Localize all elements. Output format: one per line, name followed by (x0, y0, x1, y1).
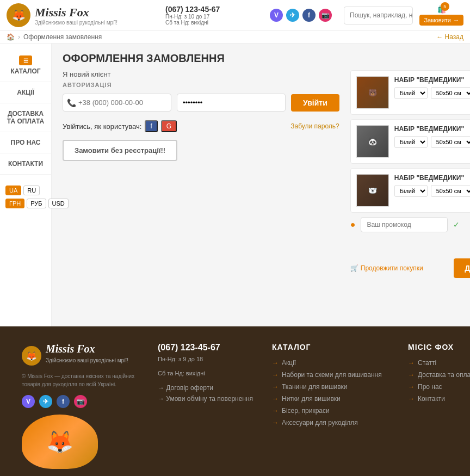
pay-button[interactable]: До сплати: 199 грн (454, 258, 470, 278)
footer-phone: (067) 123-45-67 (158, 343, 256, 353)
footer-logo-icon: 🦊 (22, 346, 41, 366)
currency-rub-button[interactable]: РУБ (27, 199, 46, 208)
header: 🦊 Missis Fox Здійснюємо ваші рукодільні … (0, 0, 470, 31)
lang-ua-button[interactable]: UA (5, 186, 21, 195)
phone-input[interactable] (63, 94, 171, 112)
sidebar-item-delivery[interactable]: ДОСТАВКА ТА ОПЛАТА (0, 103, 51, 132)
footer-hours-weekend: Сб та Нд: вихідні (158, 370, 256, 376)
telegram-icon[interactable]: ✈ (286, 9, 299, 22)
site-name: Missis Fox (35, 5, 118, 20)
footer-logo-wrap: 🦊 Missis Fox Здійснюємо ваші рукодільні … (22, 343, 141, 369)
footer-catalog-fabrics[interactable]: Тканини для вишивки (272, 383, 392, 391)
footer-company-about[interactable]: Про нас (408, 383, 470, 391)
cart-item-details: НАБІР "ВЕДМЕДИКИ" Білий 50x50 см (394, 125, 470, 148)
currency-row: ГРН РУБ USD (5, 199, 46, 208)
forgot-password-link[interactable]: Забули пароль? (290, 122, 339, 130)
footer-catalog-accessories[interactable]: Аксесуари для рукоділля (272, 419, 392, 426)
cart-label: Замовити (424, 17, 451, 23)
facebook-icon[interactable]: f (302, 9, 316, 22)
sidebar-item-contacts[interactable]: КОНТАКТИ (0, 153, 51, 175)
sidebar-catalog-label: КАТАЛОГ (10, 67, 40, 75)
footer-social-links: V ✈ f 📷 (22, 395, 141, 408)
breadcrumb-separator: › (18, 33, 20, 41)
cart-item-size-select[interactable]: 50x50 см (431, 87, 470, 99)
footer-logo-col: 🦊 Missis Fox Здійснюємо ваші рукодільні … (22, 343, 141, 469)
viber-icon[interactable]: V (270, 9, 283, 22)
cart-item-image: 🐼 (356, 125, 389, 158)
footer-facebook-icon[interactable]: f (57, 395, 70, 408)
social-login-section: Увійтись, як користувач: f G (63, 120, 177, 132)
no-registration-button[interactable]: Замовити без реєстрації!! (63, 140, 177, 161)
cart-item-size-select[interactable]: 50x50 см (431, 185, 470, 197)
continue-shopping-button[interactable]: 🛒 Продовжити покупки (350, 264, 423, 272)
page-title: ОФОРМЛЕННЯ ЗАМОВЛЕННЯ (63, 52, 470, 65)
auth-input-row: 📞 Увійти (63, 94, 339, 112)
sidebar-delivery-label: ДОСТАВКА ТА ОПЛАТА (5, 110, 46, 125)
main-layout: ☰ КАТАЛОГ АКЦІЇ ДОСТАВКА ТА ОПЛАТА ПРО Н… (0, 44, 470, 326)
cart-item-image: 🐻 (356, 76, 389, 109)
sidebar-item-catalog[interactable]: ☰ КАТАЛОГ (0, 49, 51, 82)
cart-icon-wrap[interactable]: 🛍️ 5 (437, 5, 446, 14)
footer-telegram-icon[interactable]: ✈ (39, 395, 52, 408)
auth-form: 📞 Увійти (63, 94, 339, 112)
footer-catalog-beads[interactable]: Бісер, прикраси (272, 407, 392, 415)
breadcrumb-bar: 🏠 › Оформлення замовлення ← Назад (0, 31, 470, 44)
currency-grn-button[interactable]: ГРН (5, 199, 24, 208)
footer-company-col: МІСІС ФОХ Статті Доставка та оплата Про … (408, 343, 470, 469)
password-input[interactable] (177, 94, 286, 112)
login-button[interactable]: Увійти (291, 94, 339, 112)
phone-area: (067) 123-45-67 Пн-Нд: з 10 до 17 Сб та … (165, 5, 263, 26)
search-input[interactable] (344, 8, 413, 22)
sidebar-item-sales[interactable]: АКЦІЇ (0, 82, 51, 103)
footer-catalog-threads[interactable]: Нитки для вишивки (272, 395, 392, 403)
search-bar: 🔍 (344, 7, 413, 24)
cart-item-color-select[interactable]: Білий (394, 87, 428, 99)
cart-item: 🐻‍❄️ НАБІР "ВЕДМЕДИКИ" Білий 50x50 см (350, 168, 470, 213)
footer-catalog-title: КАТАЛОГ (272, 343, 392, 351)
footer-company-contacts[interactable]: Контакти (408, 395, 470, 403)
new-client-label: Я новий клієнт (63, 70, 339, 78)
footer-company-delivery[interactable]: Доставка та оплата (408, 371, 470, 379)
footer-exchange-link[interactable]: Умови обміну та повернення (158, 395, 256, 403)
continue-label: Продовжити покупки (361, 264, 423, 272)
facebook-login-button[interactable]: f (145, 120, 157, 132)
cart-section: 🐻 НАБІР "ВЕДМЕДИКИ" Білий 50x50 см (350, 70, 470, 278)
sidebar: ☰ КАТАЛОГ АКЦІЇ ДОСТАВКА ТА ОПЛАТА ПРО Н… (0, 44, 52, 326)
order-button[interactable]: Замовити → (419, 15, 463, 26)
google-login-button[interactable]: G (161, 120, 177, 132)
logo-icon: 🦊 (7, 3, 30, 27)
logo-text: Missis Fox Здійснюємо ваші рукодільні мр… (35, 5, 118, 26)
totals-section: Сумма: 5 825 грн Знижка: 500 грн i (350, 238, 470, 254)
cart-item-size-select[interactable]: 50x50 см (431, 136, 470, 148)
auth-section: Я новий клієнт АВТОРИЗАЦІЯ 📞 Увійти У (63, 70, 339, 278)
footer: 🦊 Missis Fox Здійснюємо ваші рукодільні … (0, 326, 470, 476)
hours-weekday: Пн-Нд: з 10 до 17 (165, 14, 263, 20)
footer-oferta-link[interactable]: Договір оферти (158, 384, 256, 392)
footer-company-articles[interactable]: Статті (408, 359, 470, 367)
discount-row: Знижка: 500 грн i (350, 246, 470, 254)
footer-top: 🦊 Missis Fox Здійснюємо ваші рукодільні … (22, 343, 448, 469)
phone-prefix-icon: 📞 (67, 98, 76, 107)
cart-item-color-select[interactable]: Білий (394, 185, 428, 197)
footer-catalog-embroidery[interactable]: Набори та схеми для вишивання (272, 371, 392, 379)
back-link[interactable]: ← Назад (436, 33, 463, 41)
cart-item-name: НАБІР "ВЕДМЕДИКИ" (394, 76, 470, 84)
cart-items-list: 🐻 НАБІР "ВЕДМЕДИКИ" Білий 50x50 см (350, 70, 470, 213)
footer-instagram-icon[interactable]: 📷 (74, 395, 87, 408)
cart-item-color-select[interactable]: Білий (394, 136, 428, 148)
home-breadcrumb[interactable]: 🏠 (7, 33, 15, 41)
footer-viber-icon[interactable]: V (22, 395, 35, 408)
instagram-icon[interactable]: 📷 (319, 9, 332, 22)
sidebar-contacts-label: КОНТАКТИ (8, 160, 43, 168)
sidebar-item-about[interactable]: ПРО НАС (0, 132, 51, 153)
promo-input[interactable] (361, 217, 448, 232)
cart-item: 🐼 НАБІР "ВЕДМЕДИКИ" Білий 50x50 см (350, 119, 470, 164)
promo-check-icon: ✓ (453, 220, 460, 229)
lang-ru-button[interactable]: RU (23, 186, 40, 195)
cart-item-options: Білий 50x50 см (394, 185, 470, 197)
footer-logo-text-wrap: Missis Fox Здійснюємо ваші рукодільні мр… (46, 343, 128, 369)
cart-item: 🐻 НАБІР "ВЕДМЕДИКИ" Білий 50x50 см (350, 70, 470, 115)
footer-catalog-sales[interactable]: Акції (272, 359, 392, 367)
sum-row: Сумма: 5 825 грн (350, 238, 470, 246)
auth-links: Увійтись, як користувач: f G Забули паро… (63, 120, 339, 132)
